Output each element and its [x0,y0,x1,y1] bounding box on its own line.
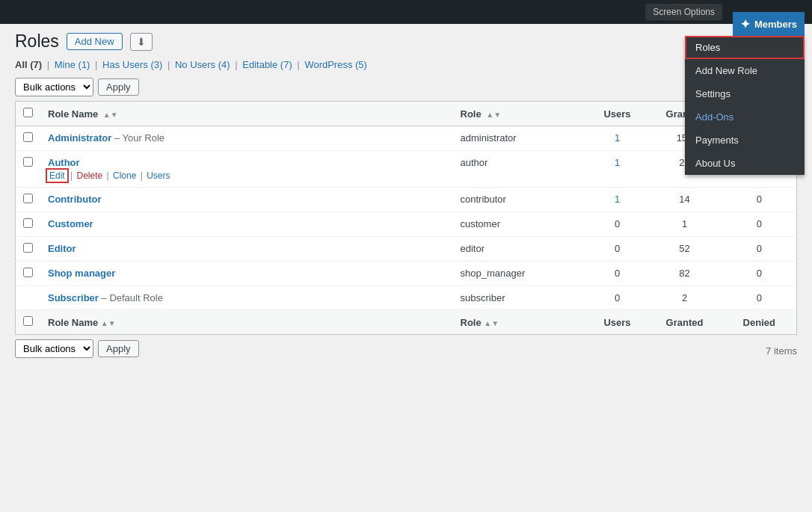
page-wrapper: Screen Options ✦ Members Roles Add New R… [0,0,812,512]
row-granted-cell: 2 [648,286,722,310]
row-checkbox-cell [16,212,41,237]
members-label: Members [754,19,797,30]
footer-col-users: Users [588,310,648,335]
role-name-link[interactable]: Subscriber [48,292,99,303]
add-new-button[interactable]: Add New [67,33,123,50]
role-name-link[interactable]: Customer [48,218,93,229]
role-name-link[interactable]: Editor [48,243,76,254]
bottom-bulk-actions-select[interactable]: Bulk actionsDelete [15,339,93,358]
page-title-area: Roles Add New ⬇ [15,31,797,52]
edit-link[interactable]: Edit [48,170,67,181]
menu-item-roles[interactable]: Roles [685,36,805,59]
delete-link[interactable]: Delete [77,170,103,181]
bottom-bulk-bar: Bulk actionsDelete Apply [15,339,139,358]
row-role-cell: subscriber [453,286,588,310]
top-bulk-bar: Bulk actionsDelete Apply [15,78,797,96]
bottom-apply-button[interactable]: Apply [98,340,139,357]
role-name-link[interactable]: Contributor [48,194,101,205]
select-all-checkbox[interactable] [23,108,33,117]
clone-link[interactable]: Clone [113,170,136,181]
menu-item-about-us[interactable]: About Us [685,152,805,175]
import-export-button[interactable]: ⬇ [130,33,153,51]
members-menu-button[interactable]: ✦ Members [733,12,805,36]
row-name-cell: Contributor [40,188,453,212]
col-users: Users [588,102,648,126]
table-row: Editor editor 0 52 0 [16,237,797,262]
role-name-link[interactable]: Administrator [48,132,111,144]
row-checkbox[interactable] [23,132,33,142]
menu-item-add-new-role[interactable]: Add New Role [685,59,805,82]
filter-links: All (7) | Mine (1) | Has Users (3) | No … [15,59,797,70]
footer-checkbox-col [16,310,41,335]
row-checkbox[interactable] [23,218,33,228]
row-checkbox[interactable] [23,243,33,253]
menu-item-settings[interactable]: Settings [685,82,805,105]
table-footer-header-row: Role Name ▲▼ Role ▲▼ Users Granted Denie… [16,310,797,335]
row-checkbox-cell [16,126,41,151]
row-granted-cell: 52 [648,237,722,262]
filter-wordpress[interactable]: WordPress (5) [304,59,367,70]
row-users-cell: 1 [588,126,648,151]
row-role-cell: administrator [453,126,588,151]
row-checkbox[interactable] [23,157,33,167]
users-count-link[interactable]: 1 [615,194,620,205]
row-checkbox-cell [16,237,41,262]
screen-options-button[interactable]: Screen Options [645,4,722,20]
filter-all[interactable]: All (7) [15,59,42,70]
row-denied-cell: 0 [722,262,797,286]
filter-no-users[interactable]: No Users (4) [175,59,230,70]
role-name-link[interactable]: Shop manager [48,268,115,279]
filter-has-users[interactable]: Has Users (3) [102,59,162,70]
select-all-header [16,102,41,126]
top-apply-button[interactable]: Apply [98,78,139,96]
footer-col-role[interactable]: Role ▲▼ [453,310,588,335]
filter-mine[interactable]: Mine (1) [55,59,90,70]
menu-item-payments[interactable]: Payments [685,129,805,152]
items-count: 7 items [766,345,797,357]
footer-col-denied: Denied [722,310,797,335]
row-users-cell: 0 [588,262,648,286]
row-name-cell: Administrator – Your Role [40,126,453,151]
sort-arrows-role: ▲▼ [486,111,501,119]
menu-item-add-ons[interactable]: Add-Ons [685,105,805,129]
footer-select-all-checkbox[interactable] [23,316,33,326]
screen-options-area: Screen Options [645,0,722,24]
row-role-cell: customer [453,212,588,237]
row-checkbox-cell [16,188,41,212]
filter-editable[interactable]: Editable (7) [242,59,292,70]
members-dropdown: Roles Add New Role Settings Add-Ons Paym… [685,36,805,175]
sort-arrows-role-name: ▲▼ [103,111,118,119]
row-checkbox-cell [16,286,41,310]
col-role[interactable]: Role ▲▼ [453,102,588,126]
row-denied-cell: 0 [722,237,797,262]
table-row: Shop manager shop_manager 0 82 0 [16,262,797,286]
table-row: Author Edit | Delete | Clone | Users aut… [16,151,797,188]
row-role-cell: contributor [453,188,588,212]
row-name-cell: Shop manager [40,262,453,286]
table-header-row: Role Name ▲▼ Role ▲▼ Users Granted Denie… [16,102,797,126]
page-title: Roles [15,31,59,52]
row-denied-cell: 0 [722,286,797,310]
row-users-cell: 0 [588,237,648,262]
row-users-cell: 0 [588,286,648,310]
footer-col-role-name[interactable]: Role Name ▲▼ [40,310,453,335]
col-role-name[interactable]: Role Name ▲▼ [40,102,453,126]
footer-col-granted: Granted [648,310,722,335]
row-checkbox[interactable] [23,268,33,277]
users-link[interactable]: Users [147,170,170,181]
row-role-cell: author [453,151,588,188]
row-users-cell: 1 [588,188,648,212]
row-checkbox[interactable] [23,194,33,203]
users-count-link[interactable]: 1 [615,157,620,168]
top-bulk-actions-select[interactable]: Bulk actionsDelete [15,78,93,96]
row-actions: Edit | Delete | Clone | Users [48,170,446,181]
row-name-cell: Editor [40,237,453,262]
row-name-cell: Subscriber – Default Role [40,286,453,310]
row-granted-cell: 82 [648,262,722,286]
row-denied-cell: 0 [722,212,797,237]
role-name-link[interactable]: Author [48,157,80,168]
table-row: Subscriber – Default Role subscriber 0 2… [16,286,797,310]
users-count-link[interactable]: 1 [615,132,620,144]
row-role-cell: editor [453,237,588,262]
row-checkbox-cell [16,151,41,188]
